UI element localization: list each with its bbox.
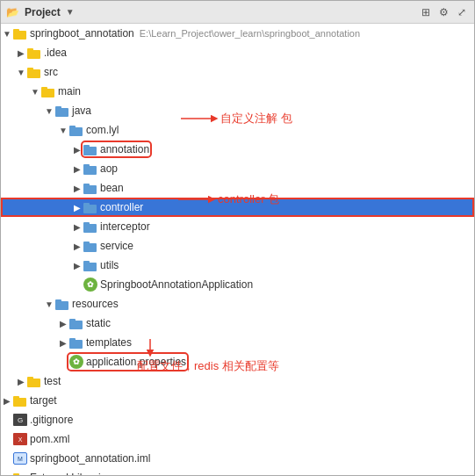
tree-item-root[interactable]: ▼springboot_annotationE:\Learn_Project\o… xyxy=(1,24,474,43)
tree-icon-root xyxy=(13,27,27,40)
tree-label-aop: aop xyxy=(100,162,118,175)
tree-item-service[interactable]: ▶service xyxy=(1,236,474,256)
tree-label-pomxml: pom.xml xyxy=(30,433,69,445)
tree-label-src: src xyxy=(44,66,58,78)
tree-label-appprops: application.properties xyxy=(86,356,186,368)
tree-item-utils[interactable]: ▶utils xyxy=(1,256,474,275)
tree-label-annotation: annotation xyxy=(100,143,149,155)
project-window: 📂 Project ▼ ⊞ ⚙ ⤢ ▼springboot_annotation… xyxy=(0,0,475,476)
tree-arrow-utils: ▶ xyxy=(71,261,83,270)
tree-item-interceptor[interactable]: ▶interceptor xyxy=(1,217,474,236)
tree-icon-springbootapp: ✿ xyxy=(83,278,97,292)
tree-icon-pomxml: X xyxy=(13,433,27,445)
tree-arrow-main: ▼ xyxy=(29,87,41,97)
tree-arrow-aop: ▶ xyxy=(71,164,83,174)
tree-item-appprops[interactable]: ✿application.properties xyxy=(1,352,474,371)
tree-item-java[interactable]: ▼java xyxy=(1,101,474,120)
tree-label-springbootapp: SpringbootAnnotationApplication xyxy=(100,278,253,291)
window-icon: 📂 xyxy=(6,6,19,18)
dropdown-arrow[interactable]: ▼ xyxy=(66,7,75,17)
tree-label-idea: .idea xyxy=(44,47,67,59)
tree-item-src[interactable]: ▼src xyxy=(1,62,474,82)
pin-icon[interactable]: ⊞ xyxy=(419,5,433,19)
tree-icon-target xyxy=(13,394,27,407)
tree-label-templates: templates xyxy=(86,336,132,349)
tree-icon-java xyxy=(55,105,69,117)
tree-item-main[interactable]: ▼main xyxy=(1,82,474,101)
gear-icon[interactable]: ⚙ xyxy=(436,5,451,19)
tree-icon-gitignore: G xyxy=(13,414,27,426)
tree-item-gitignore[interactable]: G.gitignore xyxy=(1,410,474,429)
tree-icon-comlyl xyxy=(69,124,83,136)
tree-label-java: java xyxy=(72,105,91,117)
tree-label-service: service xyxy=(100,240,133,252)
tree-arrow-test: ▶ xyxy=(15,377,27,386)
tree-arrow-target: ▶ xyxy=(1,396,13,406)
tree-item-target[interactable]: ▶target xyxy=(1,391,474,410)
svg-rect-23 xyxy=(83,242,90,245)
tree-label-controller: controller xyxy=(100,201,143,213)
svg-rect-3 xyxy=(27,48,33,52)
svg-rect-27 xyxy=(55,299,61,303)
tree-icon-utils xyxy=(83,259,97,271)
title-bar-left: 📂 Project ▼ xyxy=(6,6,75,18)
tree-label-bean: bean xyxy=(100,182,124,194)
tree-item-bean[interactable]: ▶bean xyxy=(1,178,474,198)
tree-item-templates[interactable]: ▶templates xyxy=(1,333,474,352)
tree-icon-appprops: ✿ xyxy=(69,355,83,369)
svg-rect-7 xyxy=(41,87,47,90)
expand-icon[interactable]: ⤢ xyxy=(455,5,469,19)
tree-arrow-annotation: ▶ xyxy=(71,145,83,155)
tree-arrow-idea: ▶ xyxy=(15,48,27,58)
svg-rect-15 xyxy=(83,164,90,168)
tree-item-idea[interactable]: ▶.idea xyxy=(1,43,474,62)
tree-icon-test xyxy=(27,375,41,387)
tree-label-static: static xyxy=(86,317,111,329)
tree-item-springbootapp[interactable]: ✿SpringbootAnnotationApplication xyxy=(1,275,474,294)
tree-icon-annotation xyxy=(83,143,97,155)
svg-rect-25 xyxy=(83,261,90,264)
tree-label-comlyl: com.lyl xyxy=(86,124,119,136)
tree-label-test: test xyxy=(44,375,61,387)
svg-rect-19 xyxy=(83,203,90,206)
tree-item-extlibs[interactable]: ▶External Libraries xyxy=(1,468,474,475)
tree-arrow-root: ▼ xyxy=(1,29,13,39)
svg-rect-33 xyxy=(27,377,33,380)
title-bar: 📂 Project ▼ ⊞ ⚙ ⤢ xyxy=(1,1,474,24)
tree-item-resources[interactable]: ▼resources xyxy=(1,294,474,314)
tree-arrow-resources: ▼ xyxy=(43,299,55,309)
tree-icon-src xyxy=(27,66,41,78)
svg-rect-5 xyxy=(27,68,33,71)
tree-item-annotation[interactable]: ▶annotation xyxy=(1,140,474,159)
tree-item-comlyl[interactable]: ▼com.lyl xyxy=(1,120,474,140)
tree-label-resources: resources xyxy=(72,298,119,310)
tree-icon-extlibs xyxy=(13,472,27,475)
tree-item-controller[interactable]: ▶controller xyxy=(1,198,474,217)
tree-label-gitignore: .gitignore xyxy=(30,414,73,426)
tree-label-utils: utils xyxy=(100,259,119,271)
tree-item-static[interactable]: ▶static xyxy=(1,314,474,333)
tree-arrow-comlyl: ▼ xyxy=(57,126,69,135)
tree-icon-resources xyxy=(55,298,69,310)
tree-icon-service xyxy=(83,240,97,252)
tree-item-test[interactable]: ▶test xyxy=(1,371,474,391)
title-bar-actions: ⊞ ⚙ ⤢ xyxy=(419,5,469,19)
tree-item-imlfile[interactable]: Mspringboot_annotation.iml xyxy=(1,449,474,468)
tree-label-extlibs: External Libraries xyxy=(30,472,112,475)
svg-rect-1 xyxy=(13,29,19,32)
project-tree: ▼springboot_annotationE:\Learn_Project\o… xyxy=(1,24,474,475)
tree-icon-idea xyxy=(27,47,41,59)
tree-item-aop[interactable]: ▶aop xyxy=(1,159,474,178)
tree-arrow-java: ▼ xyxy=(43,106,55,116)
svg-rect-17 xyxy=(83,184,90,187)
tree-icon-bean xyxy=(83,182,97,194)
svg-rect-9 xyxy=(55,106,61,110)
tree-item-pomxml[interactable]: Xpom.xml xyxy=(1,429,474,449)
tree-label-interceptor: interceptor xyxy=(100,220,150,233)
tree-arrow-bean: ▶ xyxy=(71,184,83,193)
tree-arrow-controller: ▶ xyxy=(71,203,83,213)
svg-rect-35 xyxy=(13,396,19,400)
tree-icon-static xyxy=(69,317,83,329)
tree-icon-interceptor xyxy=(83,220,97,233)
tree-arrow-extlibs: ▶ xyxy=(1,473,13,476)
